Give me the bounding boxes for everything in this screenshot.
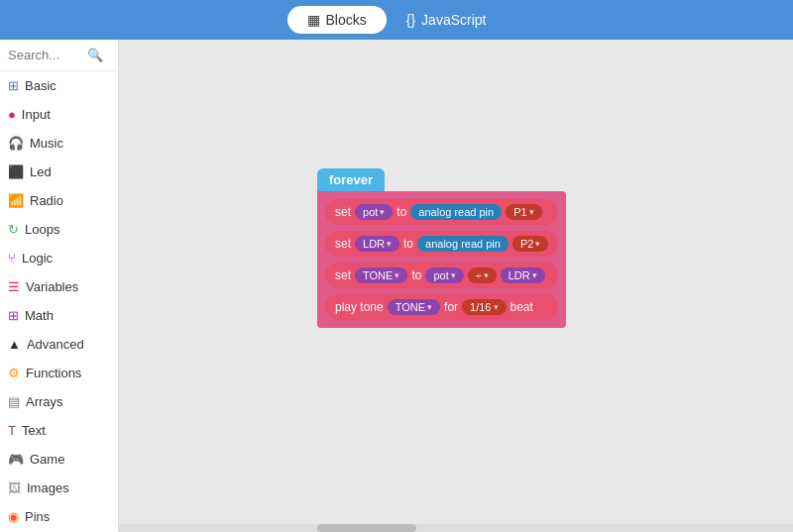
block2-action-label: analog read pin	[425, 238, 501, 250]
search-icon-button[interactable]: 🔍	[87, 48, 103, 62]
sidebar-item-label-math: Math	[25, 308, 54, 323]
horizontal-scrollbar[interactable]	[119, 524, 793, 532]
tab-blocks-button[interactable]: ▦ Blocks	[287, 6, 387, 34]
sidebar-item-label-images: Images	[27, 480, 69, 495]
scrollbar-thumb[interactable]	[317, 524, 416, 532]
block3-op-label: ÷	[476, 269, 482, 281]
led-icon: ⬛	[8, 164, 24, 179]
block3-val2-label: LDR	[509, 269, 530, 281]
pins-icon: ◉	[8, 509, 19, 524]
sidebar-item-logic[interactable]: ⑂ Logic	[0, 244, 118, 272]
block3-var-chip[interactable]: TONE ▾	[355, 267, 407, 283]
sidebar-item-label-music: Music	[30, 136, 63, 151]
main-layout: 🔍 ⊞ Basic ● Input 🎧 Music ⬛ Led 📶 Radio …	[0, 40, 793, 532]
block4-for-text: for	[444, 300, 458, 314]
forever-label: forever	[329, 172, 373, 187]
sidebar-item-label-variables: Variables	[26, 279, 78, 294]
sidebar-item-variables[interactable]: ☰ Variables	[0, 272, 118, 301]
block2-to-text: to	[403, 237, 413, 251]
block2-pin-dropdown: ▾	[535, 239, 540, 249]
block3-val2-dropdown: ▾	[532, 270, 537, 280]
block-row-4[interactable]: play tone TONE ▾ for 1/16 ▾ beat	[325, 294, 558, 320]
block4-beat-chip[interactable]: 1/16 ▾	[462, 299, 506, 315]
block4-beat-label: 1/16	[470, 301, 491, 313]
block2-action-chip[interactable]: analog read pin	[417, 236, 509, 252]
sidebar: 🔍 ⊞ Basic ● Input 🎧 Music ⬛ Led 📶 Radio …	[0, 40, 119, 532]
block3-var-label: TONE	[363, 269, 393, 281]
arrays-icon: ▤	[8, 394, 20, 409]
header: ▦ Blocks {} JavaScript	[0, 0, 793, 40]
block1-var-label: pot	[363, 206, 378, 218]
block2-set-keyword: set	[335, 237, 351, 251]
block3-val1-chip[interactable]: pot ▾	[425, 267, 463, 283]
inner-blocks: set pot ▾ to analog read pin P1 ▾	[317, 191, 566, 328]
block1-pin-chip[interactable]: P1 ▾	[506, 204, 541, 220]
block-row-2[interactable]: set LDR ▾ to analog read pin P2 ▾	[325, 231, 558, 257]
block1-var-dropdown: ▾	[380, 207, 385, 217]
tab-blocks-label: Blocks	[326, 12, 367, 28]
block1-action-chip[interactable]: analog read pin	[410, 204, 502, 220]
block4-var-chip[interactable]: TONE ▾	[388, 299, 440, 315]
sidebar-item-label-basic: Basic	[25, 78, 57, 93]
music-icon: 🎧	[8, 136, 24, 151]
block1-to-text: to	[396, 205, 406, 219]
forever-block-header[interactable]: forever	[317, 168, 385, 191]
sidebar-item-label-led: Led	[30, 164, 52, 179]
radio-icon: 📶	[8, 193, 24, 208]
block1-action-label: analog read pin	[418, 206, 494, 218]
sidebar-item-radio[interactable]: 📶 Radio	[0, 186, 118, 215]
block3-set-keyword: set	[335, 268, 351, 282]
sidebar-item-music[interactable]: 🎧 Music	[0, 129, 118, 158]
loops-icon: ↻	[8, 222, 19, 237]
block3-op-dropdown: ▾	[484, 270, 489, 280]
sidebar-item-label-text: Text	[22, 423, 46, 438]
block4-var-dropdown: ▾	[427, 302, 432, 312]
block1-pin-dropdown: ▾	[529, 207, 534, 217]
math-icon: ⊞	[8, 308, 19, 323]
sidebar-item-loops[interactable]: ↻ Loops	[0, 215, 118, 244]
sidebar-item-label-game: Game	[30, 452, 64, 467]
functions-icon: ⚙	[8, 366, 20, 380]
sidebar-item-led[interactable]: ⬛ Led	[0, 158, 118, 186]
sidebar-item-advanced[interactable]: ▲ Advanced	[0, 330, 118, 359]
search-input[interactable]	[8, 48, 87, 62]
block4-beat-text: beat	[510, 300, 533, 314]
sidebar-item-functions[interactable]: ⚙ Functions	[0, 359, 118, 387]
sidebar-item-game[interactable]: 🎮 Game	[0, 445, 118, 474]
advanced-icon: ▲	[8, 337, 21, 352]
sidebar-item-images[interactable]: 🖼 Images	[0, 474, 118, 502]
block-row-1[interactable]: set pot ▾ to analog read pin P1 ▾	[325, 199, 558, 225]
canvas-area[interactable]: forever set pot ▾ to analog read pin	[119, 40, 793, 532]
sidebar-item-input[interactable]: ● Input	[0, 100, 118, 129]
block3-op-chip[interactable]: ÷ ▾	[468, 267, 497, 283]
block2-pin-chip[interactable]: P2 ▾	[512, 236, 548, 252]
game-icon: 🎮	[8, 452, 24, 467]
sidebar-item-text[interactable]: T Text	[0, 416, 118, 445]
tab-javascript-button[interactable]: {} JavaScript	[387, 6, 507, 34]
sidebar-item-label-advanced: Advanced	[27, 337, 84, 352]
sidebar-item-math[interactable]: ⊞ Math	[0, 301, 118, 330]
sidebar-item-pins[interactable]: ◉ Pins	[0, 502, 118, 531]
sidebar-item-basic[interactable]: ⊞ Basic	[0, 71, 118, 100]
sidebar-item-label-arrays: Arrays	[26, 394, 63, 409]
sidebar-item-label-input: Input	[22, 107, 51, 122]
block2-var-chip[interactable]: LDR ▾	[355, 236, 399, 252]
block2-pin-label: P2	[520, 238, 533, 250]
block-row-3[interactable]: set TONE ▾ to pot ▾ ÷ ▾ LDR	[325, 263, 558, 288]
curly-braces-icon: {}	[406, 12, 415, 28]
block1-set-keyword: set	[335, 205, 351, 219]
sidebar-item-arrays[interactable]: ▤ Arrays	[0, 387, 118, 416]
tab-javascript-label: JavaScript	[421, 12, 486, 28]
block3-val1-dropdown: ▾	[451, 270, 456, 280]
search-box: 🔍	[0, 40, 118, 71]
sidebar-item-label-functions: Functions	[26, 366, 81, 380]
block3-var-dropdown: ▾	[395, 270, 399, 280]
block2-var-label: LDR	[363, 238, 385, 250]
block4-beat-dropdown: ▾	[494, 302, 499, 312]
sidebar-item-label-pins: Pins	[25, 509, 50, 524]
block3-to-text: to	[411, 268, 421, 282]
block3-val2-chip[interactable]: LDR ▾	[501, 267, 545, 283]
sidebar-item-label-radio: Radio	[30, 193, 63, 208]
block1-pin-label: P1	[513, 206, 526, 218]
block1-var-chip[interactable]: pot ▾	[355, 204, 393, 220]
